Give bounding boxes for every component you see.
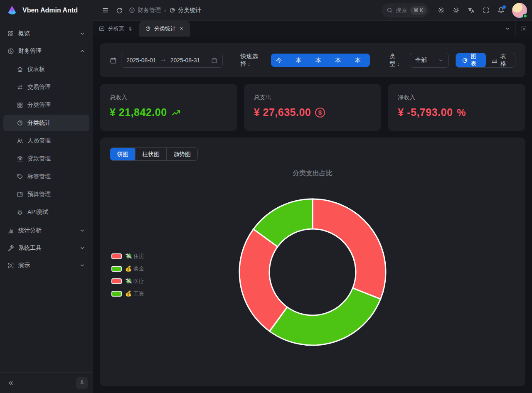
sidebar-item-budget[interactable]: 预算管理	[3, 186, 89, 203]
arrow-right-icon	[160, 57, 166, 63]
search-input[interactable]: 搜索 ⌘ K	[382, 3, 429, 17]
view-table-label: 表格	[500, 53, 509, 68]
sidebar-item-dashboard[interactable]: 仪表板	[3, 61, 89, 78]
sidebar-item-members[interactable]: 人员管理	[3, 133, 89, 149]
sidebar-nav: 概览 财务管理 仪表板 交易管理 分类管理 分类统计 人员管理	[0, 21, 93, 372]
sidebar-collapse-button[interactable]	[5, 377, 17, 389]
type-select-value: 全部	[415, 56, 427, 64]
view-chart-button[interactable]: 图表	[456, 53, 486, 68]
sidebar-item-category-stats[interactable]: 分类统计	[3, 115, 89, 131]
legend-item-medical[interactable]: 💸 医疗	[111, 278, 144, 285]
chart-legend: 💸 住房 💰 奖金 💸 医疗 💰 工资	[111, 253, 144, 297]
sidebar-item-categories[interactable]: 分类管理	[3, 97, 89, 113]
legend-label: 💸 住房	[125, 253, 144, 260]
date-start-value[interactable]: 2025-08-01	[126, 57, 156, 64]
tab-list-dropdown-button[interactable]	[499, 21, 515, 37]
chart-line-icon	[99, 26, 105, 32]
gear-icon	[438, 7, 445, 14]
pie-chart-icon	[462, 57, 468, 64]
chevron-down-icon	[79, 263, 85, 268]
sidebar-item-demo[interactable]: 演示	[3, 257, 89, 274]
quick-btn-week[interactable]: 本周	[291, 54, 310, 67]
theme-toggle-button[interactable]	[449, 3, 463, 17]
home-icon	[17, 66, 23, 73]
quick-btn-month[interactable]: 本月	[310, 54, 330, 67]
language-button[interactable]	[464, 3, 478, 17]
sidebar-item-label: 财务管理	[18, 47, 75, 55]
quick-btn-today[interactable]: 今天	[271, 54, 291, 67]
stat-card-total-income: 总收入 ¥ 21,842.00	[100, 84, 237, 131]
view-table-button[interactable]: 表格	[485, 53, 515, 67]
bar-chart-icon	[7, 227, 14, 234]
type-select[interactable]: 全部	[410, 53, 449, 68]
sidebar-item-overview[interactable]: 概览	[3, 25, 89, 42]
sidebar-item-api-test[interactable]: API测试	[3, 204, 89, 221]
sidebar-item-label: 预算管理	[27, 191, 51, 198]
sidebar-item-transactions[interactable]: 交易管理	[3, 79, 89, 96]
notifications-button[interactable]	[494, 3, 508, 17]
legend-item-salary[interactable]: 💰 工资	[111, 290, 144, 297]
tab-analysis[interactable]: 分析页	[93, 21, 139, 37]
filter-bar: 2025-08-01 2025-08-31 快速选择： 今天 本周 本月 本季 …	[100, 43, 525, 77]
sidebar-item-loans[interactable]: 贷款管理	[3, 150, 89, 167]
chart-tab-trend[interactable]: 趋势图	[166, 148, 197, 160]
breadcrumb-item-category-stats[interactable]: 分类统计	[169, 7, 201, 14]
stats-row: 总收入 ¥ 21,842.00 总支出 ¥ 27,635.00 $ 净收入 ¥ …	[100, 84, 525, 131]
menu-toggle-button[interactable]	[98, 3, 112, 17]
pie-chart-icon	[169, 7, 175, 13]
bug-icon	[17, 209, 23, 216]
sidebar-item-label: 交易管理	[27, 84, 51, 91]
sidebar-item-system-tools[interactable]: 系统工具	[3, 239, 89, 257]
content-maximize-button[interactable]	[515, 21, 532, 37]
sidebar-pin-button[interactable]	[76, 377, 88, 389]
search-shortcut-badge: ⌘ K	[410, 6, 426, 15]
hamburger-menu-icon	[102, 7, 109, 14]
legend-item-bonus[interactable]: 💰 奖金	[111, 265, 144, 273]
tab-category-stats[interactable]: 分类统计	[139, 21, 190, 37]
chevron-up-icon	[79, 48, 85, 54]
refresh-button[interactable]	[112, 3, 126, 17]
search-icon	[387, 7, 393, 13]
sun-icon	[453, 7, 460, 14]
calendar-icon	[211, 57, 217, 64]
sidebar-item-statistics[interactable]: 统计分析	[3, 222, 89, 239]
date-range-input[interactable]: 2025-08-01 2025-08-31	[121, 53, 223, 68]
online-status-dot	[523, 14, 527, 18]
sidebar-item-label: 概览	[18, 30, 75, 37]
chart-title: 分类支出占比	[100, 169, 525, 178]
chevron-down-icon	[79, 228, 85, 233]
pin-icon[interactable]	[128, 26, 133, 32]
notification-dot	[502, 5, 506, 9]
sidebar-item-tags[interactable]: 标签管理	[3, 168, 89, 185]
tab-bar-controls	[499, 21, 532, 37]
sidebar-item-label: 标签管理	[27, 173, 51, 180]
legend-item-housing[interactable]: 💸 住房	[111, 253, 144, 260]
bank-icon	[17, 155, 23, 162]
tab-label: 分析页	[108, 25, 124, 32]
sidebar-item-finance[interactable]: 财务管理	[3, 42, 89, 60]
legend-marker	[111, 266, 122, 272]
calendar-icon	[110, 57, 117, 64]
legend-marker	[111, 291, 122, 297]
date-end-value[interactable]: 2025-08-31	[170, 57, 200, 64]
chart-tab-pie[interactable]: 饼图	[110, 147, 135, 161]
translate-icon	[468, 7, 475, 14]
budget-icon	[17, 191, 23, 198]
fullscreen-button[interactable]	[479, 3, 493, 17]
dollar-circle-icon	[129, 7, 135, 13]
chevron-down-icon	[79, 31, 85, 37]
search-placeholder: 搜索	[396, 7, 407, 14]
user-avatar[interactable]	[512, 3, 527, 18]
breadcrumb-item-finance[interactable]: 财务管理	[129, 7, 161, 14]
logo-row[interactable]: Vben Admin Antd	[0, 0, 93, 21]
fullscreen-icon	[483, 7, 490, 14]
quick-btn-year[interactable]: 本年	[350, 54, 369, 67]
quick-btn-quarter[interactable]: 本季	[330, 54, 350, 67]
chart-tab-bar[interactable]: 柱状图	[135, 148, 166, 160]
settings-button[interactable]	[434, 3, 448, 17]
legend-label: 💰 工资	[125, 290, 144, 297]
donut-chart-area[interactable]	[234, 193, 392, 351]
chart-type-tabs: 饼图 柱状图 趋势图	[110, 147, 198, 161]
stat-amount: ¥ 27,635.00	[254, 106, 311, 118]
close-icon[interactable]	[179, 26, 184, 31]
